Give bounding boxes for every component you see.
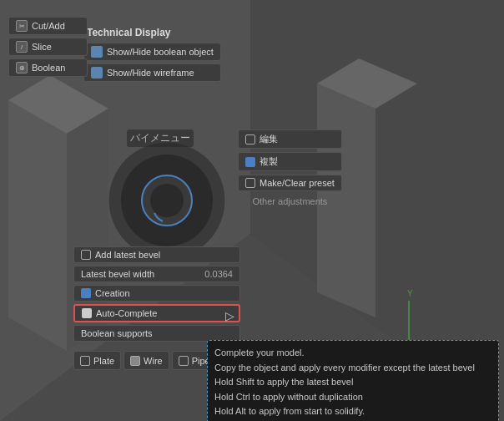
boolean-supports-button[interactable]: Boolean supports [73, 325, 240, 342]
tooltip-line5: Hold Alt to apply from start to solidify… [214, 404, 491, 419]
boolean-button[interactable]: ⊕ Boolean [8, 58, 88, 77]
plate-icon [80, 356, 90, 366]
japanese-label: バイメニュー [127, 129, 194, 147]
slice-button[interactable]: / Slice [8, 38, 88, 56]
edit-button[interactable]: 編集 [238, 129, 342, 149]
eye-icon [91, 46, 103, 58]
bevel-width-row: Latest bevel width 0.0364 [73, 266, 240, 282]
add-latest-bevel-button[interactable]: Add latest bevel [73, 246, 240, 263]
wire-tab[interactable]: Wire [123, 351, 169, 370]
bevel-width-value: 0.0364 [204, 269, 233, 279]
make-clear-preset-button[interactable]: Make/Clear preset [238, 175, 342, 191]
cut-add-button[interactable]: ✂ Cut/Add [8, 17, 88, 35]
svg-marker-4 [8, 100, 67, 351]
show-hide-wireframe-button[interactable]: Show/Hide wireframe [83, 63, 221, 82]
panel-bottom: Add latest bevel Latest bevel width 0.03… [73, 246, 240, 342]
tooltip-line3: Hold Shift to apply the latest bevel [214, 375, 491, 390]
svg-point-10 [150, 184, 184, 217]
auto-complete-icon [82, 308, 92, 318]
duplicate-button[interactable]: 複製 [238, 152, 342, 171]
auto-complete-button[interactable]: Auto-Complete [73, 304, 240, 322]
preset-icon [245, 178, 255, 188]
edit-icon [245, 134, 255, 145]
tooltip-line4: Hold Ctrl to apply without duplication [214, 390, 491, 405]
cut-icon: ✂ [16, 20, 28, 32]
panel-left: ✂ Cut/Add / Slice ⊕ Boolean [8, 17, 88, 77]
technical-display-title: Technical Display [83, 25, 221, 40]
creation-button[interactable]: Creation [73, 285, 240, 302]
wire-icon [130, 356, 140, 366]
plate-tab[interactable]: Plate [73, 351, 121, 370]
panel-top: Technical Display Show/Hide boolean obje… [83, 25, 221, 82]
boolean-icon: ⊕ [16, 62, 28, 74]
pipe-icon [179, 356, 189, 366]
tooltip-line1: Complete your model. [214, 346, 491, 361]
slice-icon: / [16, 41, 28, 53]
svg-text:Y: Y [407, 289, 413, 298]
bevel-icon [81, 250, 91, 260]
panel-right: 編集 複製 Make/Clear preset Other adjustment… [238, 129, 342, 208]
tooltip: Complete your model. Copy the object and… [207, 340, 499, 421]
tooltip-line2: Copy the object and apply every modifier… [214, 361, 491, 376]
creation-icon [81, 288, 91, 298]
show-hide-boolean-button[interactable]: Show/Hide boolean object [83, 43, 221, 61]
eye-icon-2 [91, 67, 103, 79]
other-adjustments-label: Other adjustments [238, 195, 342, 208]
duplicate-icon [245, 157, 255, 167]
